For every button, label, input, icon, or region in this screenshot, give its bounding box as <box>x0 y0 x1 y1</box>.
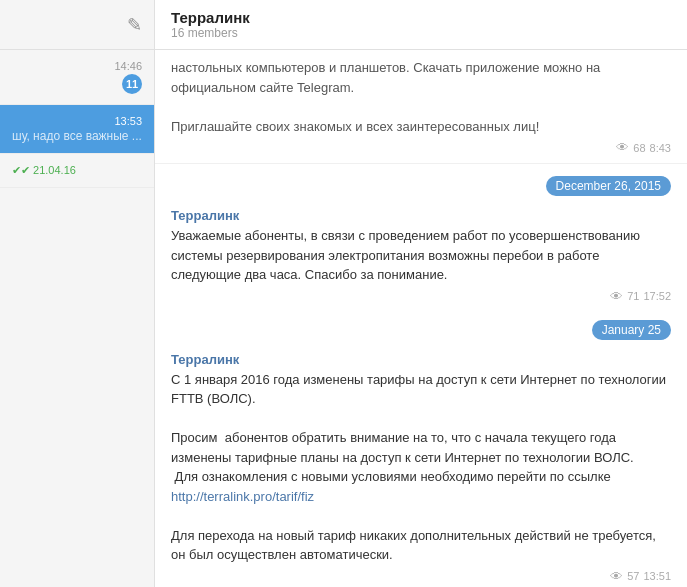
sidebar-item-3-row: ✔✔ 21.04.16 <box>12 164 142 177</box>
message-1-time: 17:52 <box>643 290 671 302</box>
partial-top-message: настольных компьютеров и планшетов. Скач… <box>155 58 687 164</box>
sidebar-item-1[interactable]: 14:46 11 <box>0 50 154 105</box>
sidebar-item-2-preview: шу, надо все важные ... <box>12 129 142 143</box>
message-1: Терралинк Уважаемые абоненты, в связи с … <box>155 204 687 312</box>
tarif-link[interactable]: http://terralink.pro/tarif/fiz <box>171 489 314 504</box>
partial-top-footer: 👁 68 8:43 <box>171 140 671 155</box>
partial-top-text: настольных компьютеров и планшетов. Скач… <box>171 58 671 136</box>
sidebar-item-2[interactable]: 13:53 шу, надо все важные ... <box>0 105 154 154</box>
sidebar-header: ✎ <box>0 0 154 50</box>
date-divider-1: December 26, 2015 <box>155 168 687 204</box>
message-2-time: 13:51 <box>643 570 671 582</box>
message-1-views: 71 <box>627 290 639 302</box>
message-2-views: 57 <box>627 570 639 582</box>
message-2-sender: Терралинк <box>171 352 671 367</box>
chat-header: Терралинк 16 members <box>155 0 687 50</box>
chat-messages[interactable]: настольных компьютеров и планшетов. Скач… <box>155 50 687 587</box>
message-2-footer: 👁 57 13:51 <box>171 569 671 584</box>
partial-top-time: 8:43 <box>650 142 671 154</box>
sidebar: ✎ 14:46 11 13:53 шу, надо все важные ...… <box>0 0 155 587</box>
eye-icon-2: 👁 <box>610 289 623 304</box>
compose-icon[interactable]: ✎ <box>127 14 142 36</box>
eye-icon-1: 👁 <box>616 140 629 155</box>
unread-badge: 11 <box>122 74 142 94</box>
message-1-sender: Терралинк <box>171 208 671 223</box>
eye-icon-3: 👁 <box>610 569 623 584</box>
date-badge-2: January 25 <box>592 320 671 340</box>
date-divider-2: January 25 <box>155 312 687 348</box>
sidebar-item-1-time: 14:46 <box>12 60 142 72</box>
message-1-text: Уважаемые абоненты, в связи с проведение… <box>171 226 671 285</box>
chat-subtitle: 16 members <box>171 26 671 40</box>
chat-title: Терралинк <box>171 9 671 26</box>
date-badge-1: December 26, 2015 <box>546 176 671 196</box>
sidebar-item-2-time: 13:53 <box>12 115 142 127</box>
sidebar-item-1-row: 11 <box>12 74 142 94</box>
message-2: Терралинк С 1 января 2016 года изменены … <box>155 348 687 588</box>
message-2-text: С 1 января 2016 года изменены тарифы на … <box>171 370 671 565</box>
chat-area: Терралинк 16 members настольных компьюте… <box>155 0 687 587</box>
sidebar-item-3[interactable]: ✔✔ 21.04.16 <box>0 154 154 188</box>
partial-top-views: 68 <box>633 142 645 154</box>
sidebar-item-3-status: ✔✔ 21.04.16 <box>12 164 76 177</box>
message-1-footer: 👁 71 17:52 <box>171 289 671 304</box>
